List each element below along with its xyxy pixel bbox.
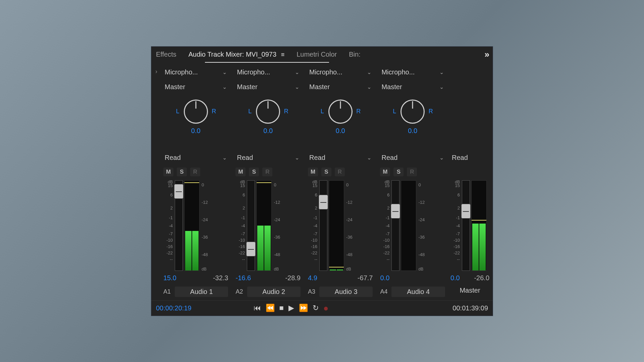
channel-readout: 4.9 -67.7 xyxy=(308,274,373,282)
channel-name[interactable]: Audio 1 xyxy=(175,287,228,297)
channel-id: A4 xyxy=(380,288,387,295)
meter-bar-right xyxy=(264,181,271,270)
record-enable-button[interactable]: R xyxy=(262,168,272,176)
solo-button[interactable]: S xyxy=(177,168,187,176)
pan-right-label: R xyxy=(211,108,217,115)
fader-handle[interactable] xyxy=(174,184,183,199)
pan-knob[interactable] xyxy=(328,100,353,124)
meter-bar-left xyxy=(330,181,336,270)
automation-mode-dropdown[interactable]: Read ⌄ xyxy=(163,152,228,164)
record-enable-button[interactable]: R xyxy=(407,168,417,176)
channel-name[interactable]: Audio 3 xyxy=(319,287,373,297)
go-to-in-icon[interactable]: ⏮ xyxy=(254,304,261,312)
solo-button[interactable]: S xyxy=(393,168,404,176)
meter-bar-right xyxy=(409,181,415,270)
output-dropdown[interactable]: Master ⌄ xyxy=(380,81,445,94)
step-back-icon[interactable]: ⏪ xyxy=(266,304,275,312)
volume-value[interactable]: 0.0 xyxy=(450,274,460,282)
volume-value[interactable]: 0.0 xyxy=(380,274,389,282)
fader-track[interactable] xyxy=(247,180,255,271)
overflow-icon[interactable]: » xyxy=(485,49,489,60)
input-dropdown[interactable]: Micropho... ⌄ xyxy=(380,66,445,79)
msr-buttons: M S R xyxy=(235,168,300,176)
fader-handle[interactable] xyxy=(319,195,328,209)
panel-menu-icon[interactable]: ≡ xyxy=(281,51,285,58)
chevron-down-icon: ⌄ xyxy=(367,69,371,75)
pan-value[interactable]: 0.0 xyxy=(336,127,345,135)
volume-value[interactable]: -16.6 xyxy=(235,274,251,282)
input-dropdown[interactable]: Micropho... ⌄ xyxy=(308,66,373,79)
channel-name[interactable]: Audio 2 xyxy=(247,287,301,297)
peak-value: -26.0 xyxy=(474,274,489,282)
fader-track[interactable] xyxy=(391,180,399,271)
tab-bin[interactable]: Bin: xyxy=(347,47,362,62)
play-icon[interactable]: ▶ xyxy=(288,304,294,312)
record-icon[interactable]: ● xyxy=(323,303,329,313)
fader-handle[interactable] xyxy=(391,204,400,219)
channel-strip-A1: Micropho... ⌄ Master ⌄ L R 0.0 Read ⌄ M … xyxy=(160,66,231,299)
record-enable-button[interactable]: R xyxy=(335,168,345,176)
meter-bar-right xyxy=(337,181,343,270)
solo-button[interactable]: S xyxy=(321,168,331,176)
mute-button[interactable]: M xyxy=(308,168,318,176)
panel-tabs: Effects Audio Track Mixer: MVI_0973 ≡ Lu… xyxy=(151,47,493,63)
tab-lumetri[interactable]: Lumetri Color xyxy=(295,47,338,62)
fader-handle[interactable] xyxy=(246,242,256,256)
pan-knob[interactable] xyxy=(256,100,280,124)
input-dropdown[interactable]: Micropho... ⌄ xyxy=(163,66,228,79)
master-strip: 0 Read dB 1562-1-4-7-10-16-22-- 0.0 -26.… xyxy=(449,66,491,299)
channel-label-row: A4 Audio 4 xyxy=(380,287,445,297)
pan-left-label: L xyxy=(320,108,325,115)
timecode-total: 00:01:39:09 xyxy=(452,304,488,312)
channel-name[interactable]: Audio 4 xyxy=(391,287,445,297)
output-dropdown[interactable]: Master ⌄ xyxy=(235,81,300,94)
peak-value: -28.9 xyxy=(285,274,301,282)
msr-buttons: M S R xyxy=(380,168,445,176)
pan-left-label: L xyxy=(392,108,397,115)
tab-audio-mixer[interactable]: Audio Track Mixer: MVI_0973 ≡ xyxy=(187,47,286,62)
pan-control: L R 0.0 xyxy=(308,100,373,135)
mute-button[interactable]: M xyxy=(163,168,173,176)
pan-knob[interactable] xyxy=(184,100,208,124)
pan-left-label: L xyxy=(247,108,253,115)
chevron-down-icon: ⌄ xyxy=(222,84,227,90)
input-value: Micropho... xyxy=(237,68,270,76)
volume-value[interactable]: 15.0 xyxy=(163,274,176,282)
tab-effects[interactable]: Effects xyxy=(155,47,178,62)
meter-bar-left xyxy=(257,181,264,270)
pan-value[interactable]: 0.0 xyxy=(408,127,417,135)
automation-mode-dropdown[interactable]: Read ⌄ xyxy=(235,152,300,164)
pan-knob[interactable] xyxy=(400,100,425,124)
fader-handle[interactable] xyxy=(461,204,471,219)
peak-value: -32.3 xyxy=(213,274,228,282)
mode-value: Read xyxy=(165,154,181,162)
solo-button[interactable]: S xyxy=(249,168,259,176)
step-forward-icon[interactable]: ⏩ xyxy=(299,304,308,312)
output-dropdown[interactable]: Master ⌄ xyxy=(163,81,228,94)
channel-readout: -16.6 -28.9 xyxy=(235,274,300,282)
stop-icon[interactable]: ■ xyxy=(279,304,284,312)
audio-track-mixer-panel: Effects Audio Track Mixer: MVI_0973 ≡ Lu… xyxy=(151,46,493,316)
channel-label-row: A3 Audio 3 xyxy=(308,287,373,297)
fader-track[interactable] xyxy=(319,180,327,271)
record-enable-button[interactable]: R xyxy=(190,168,200,176)
loop-icon[interactable]: ↻ xyxy=(313,304,319,312)
pan-value[interactable]: 0.0 xyxy=(263,127,273,135)
mute-button[interactable]: M xyxy=(235,168,246,176)
automation-mode-dropdown[interactable]: Read ⌄ xyxy=(380,152,445,164)
fader-track[interactable] xyxy=(175,180,183,271)
automation-mode-dropdown[interactable]: Read ⌄ xyxy=(308,152,373,164)
msr-buttons: M S R xyxy=(163,168,228,176)
automation-mode-dropdown[interactable]: Read xyxy=(450,152,489,164)
channel-label-row: A1 Audio 1 xyxy=(163,287,228,297)
input-dropdown[interactable]: Micropho... ⌄ xyxy=(235,66,300,79)
transport-buttons: ⏮ ⏪ ■ ▶ ⏩ ↻ ● xyxy=(254,303,329,313)
mode-value: Read xyxy=(309,154,325,162)
fader-track[interactable] xyxy=(462,180,470,271)
timecode-current[interactable]: 00:00:20:19 xyxy=(156,304,192,312)
output-dropdown[interactable]: Master ⌄ xyxy=(308,81,373,94)
mute-button[interactable]: M xyxy=(380,168,390,176)
pan-value[interactable]: 0.0 xyxy=(191,127,201,135)
volume-value[interactable]: 4.9 xyxy=(308,274,317,282)
effects-sends-toggle[interactable]: › xyxy=(153,66,159,299)
